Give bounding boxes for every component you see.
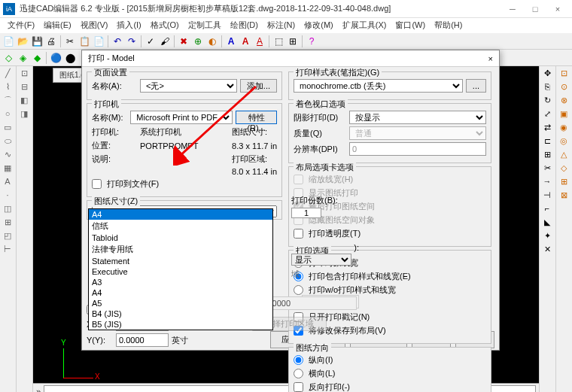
dim-icon[interactable]: ⊞ (286, 35, 300, 48)
ellipse-icon[interactable]: ⬭ (0, 134, 15, 147)
tool-icon[interactable]: ◧ (17, 93, 32, 107)
text-icon[interactable]: A (0, 175, 15, 188)
redo-icon[interactable]: ↷ (125, 35, 138, 48)
snap-icon[interactable]: ◎ (556, 134, 571, 147)
plot-style-select[interactable]: monochrome.ctb (丢失) (294, 79, 463, 93)
arc-icon[interactable]: ⌒ (0, 93, 15, 107)
text-a-icon[interactable]: A (224, 35, 238, 48)
mirror-icon[interactable]: ⇄ (540, 120, 555, 134)
y-offset-input[interactable] (116, 333, 169, 347)
paper-option[interactable]: A4 (89, 287, 272, 298)
menu-draw[interactable]: 绘图(D) (226, 18, 263, 33)
printer-name-select[interactable]: Microsoft Print to PDF (130, 111, 233, 124)
copy-icon[interactable]: ⎘ (540, 80, 555, 93)
paper-option[interactable]: B4 (JIS) (89, 308, 272, 319)
shade-select[interactable]: 按显示 (349, 111, 486, 124)
minimize-button[interactable]: ─ (501, 2, 524, 17)
quality-select[interactable]: 普通 (349, 126, 486, 140)
dpi-input[interactable] (349, 142, 486, 156)
dialog-close-button[interactable]: × (488, 54, 493, 63)
menu-custom[interactable]: 定制工具 (184, 18, 226, 33)
transparency-checkbox[interactable] (294, 229, 303, 239)
dim-icon[interactable]: ⊢ (0, 242, 15, 256)
point-icon[interactable]: · (0, 188, 15, 202)
snap-icon[interactable]: △ (556, 147, 571, 161)
line-icon[interactable]: ╱ (0, 66, 15, 80)
erase-icon[interactable]: ✕ (540, 242, 555, 256)
paper-option[interactable]: Statement (89, 256, 272, 266)
spline-icon[interactable]: ∿ (0, 147, 15, 161)
menu-view[interactable]: 视图(V) (76, 18, 113, 33)
open-icon[interactable]: 📂 (16, 35, 29, 48)
paper-option[interactable]: 法律专用纸 (89, 243, 272, 256)
save-icon[interactable]: 💾 (30, 35, 44, 48)
layer-icon[interactable]: ◆ (30, 51, 44, 65)
fillet-icon[interactable]: ⌐ (540, 202, 555, 215)
maximize-button[interactable]: □ (524, 2, 546, 17)
tool-icon[interactable]: ⊟ (17, 80, 32, 93)
tool-icon[interactable]: ✖ (177, 35, 190, 48)
trim-icon[interactable]: ✂ (540, 161, 555, 175)
snap-icon[interactable]: ⊡ (556, 66, 571, 80)
render-icon[interactable]: ⬤ (63, 51, 77, 65)
tool-icon[interactable]: ◐ (205, 35, 219, 48)
offset-icon[interactable]: ⊏ (540, 134, 555, 147)
paper-option[interactable]: A3 (89, 277, 272, 287)
undo-icon[interactable]: ↶ (111, 35, 124, 48)
snap-icon[interactable]: ⊠ (556, 188, 571, 202)
portrait-radio[interactable] (294, 355, 303, 365)
print-icon[interactable]: 🖨 (44, 35, 58, 48)
snap-icon[interactable]: ⊙ (556, 80, 571, 93)
print-to-file-checkbox[interactable] (92, 179, 102, 189)
menu-modify[interactable]: 修改(M) (300, 18, 338, 33)
chamfer-icon[interactable]: ◣ (540, 215, 555, 229)
extend-icon[interactable]: → (540, 175, 555, 188)
new-icon[interactable]: 📄 (2, 35, 15, 48)
rotate-icon[interactable]: ↻ (540, 93, 555, 107)
break-icon[interactable]: ⊣ (540, 188, 555, 202)
page-name-select[interactable]: <无> (140, 79, 237, 93)
snap-icon[interactable]: ◉ (556, 120, 571, 134)
scale-select[interactable]: 显示 (291, 254, 351, 266)
landscape-radio[interactable] (294, 369, 303, 378)
dim-icon[interactable]: ⬚ (272, 35, 285, 48)
move-icon[interactable]: ✥ (540, 66, 555, 80)
help-icon[interactable]: ? (305, 35, 318, 48)
snap-icon[interactable]: ▣ (556, 107, 571, 120)
layer-icon[interactable]: ◈ (16, 51, 29, 65)
spell-icon[interactable]: ✓ (144, 35, 157, 48)
snap-icon[interactable]: ◇ (556, 161, 571, 175)
explode-icon[interactable]: ✦ (540, 229, 555, 242)
paper-option[interactable]: A4 (89, 209, 272, 220)
tool-icon[interactable]: ⊕ (191, 35, 205, 48)
region-icon[interactable]: ◰ (0, 229, 15, 242)
style-edit-button[interactable]: ... (466, 79, 486, 93)
block-icon[interactable]: ◫ (0, 202, 15, 215)
menu-dim[interactable]: 标注(N) (263, 18, 300, 33)
match-icon[interactable]: 🖌 (158, 35, 172, 48)
reverse-checkbox[interactable] (294, 382, 303, 392)
snap-icon[interactable]: ⊗ (556, 93, 571, 107)
menu-format[interactable]: 格式(O) (146, 18, 184, 33)
menu-file[interactable]: 文件(F) (3, 18, 39, 33)
hatch-icon[interactable]: ▦ (0, 161, 15, 175)
snap-icon[interactable]: ⊞ (556, 175, 571, 188)
paper-option[interactable]: Executive (89, 266, 272, 277)
text-a-icon[interactable]: A (253, 35, 266, 48)
paper-option[interactable]: B5 (JIS) (89, 319, 272, 330)
render-icon[interactable]: 🔵 (49, 51, 62, 65)
tool-icon[interactable]: ⊡ (17, 66, 32, 80)
menu-insert[interactable]: 插入(I) (112, 18, 145, 33)
layer-icon[interactable]: ◇ (2, 51, 15, 65)
paper-option[interactable]: 信纸 (89, 220, 272, 232)
scale-icon[interactable]: ⤢ (540, 107, 555, 120)
cut-icon[interactable]: ✂ (63, 35, 77, 48)
array-icon[interactable]: ⊞ (540, 147, 555, 161)
copies-input[interactable] (291, 208, 321, 218)
polyline-icon[interactable]: ⌇ (0, 80, 15, 93)
paste-icon[interactable]: 📄 (92, 35, 105, 48)
tool-icon[interactable]: ◨ (17, 107, 32, 120)
menu-help[interactable]: 帮助(H) (430, 18, 467, 33)
close-button[interactable]: × (546, 2, 569, 17)
circle-icon[interactable]: ○ (0, 107, 15, 120)
